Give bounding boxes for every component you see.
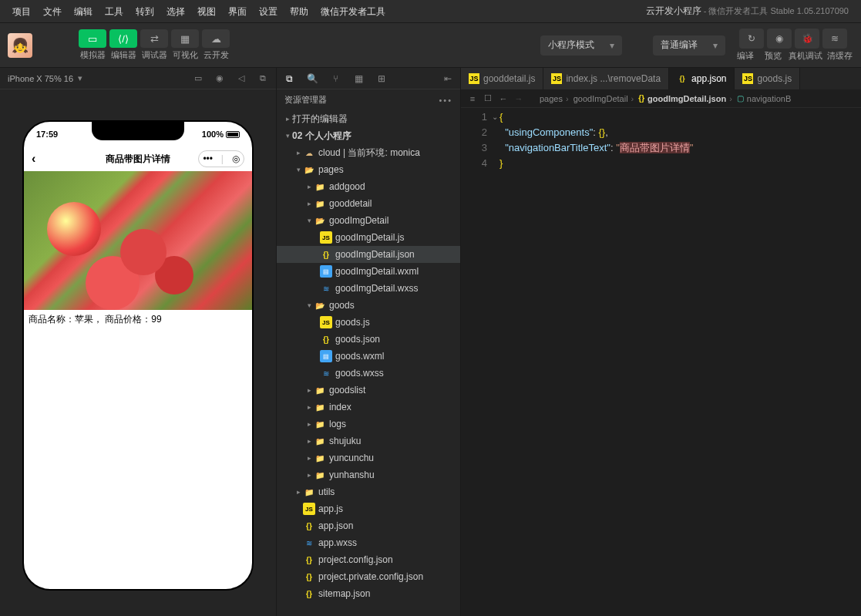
- tree-file-goods-wxss[interactable]: ≋goods.wxss: [277, 365, 460, 382]
- search-icon[interactable]: 🔍: [306, 72, 318, 85]
- json-icon: {}: [303, 554, 315, 566]
- chevron-down-icon[interactable]: ▾: [78, 73, 82, 83]
- tree-file-goodimgdetail-wxss[interactable]: ≋goodImgDetail.wxss: [277, 280, 460, 297]
- tree-logs[interactable]: ▸📁logs: [277, 416, 460, 433]
- record-icon[interactable]: ◉: [214, 73, 225, 84]
- code-editor[interactable]: 1⌄ 2 3 4 { "usingComponents": {}, "navig…: [461, 108, 861, 616]
- tree-file-goodimgdetail-wxml[interactable]: ▤goodImgDetail.wxml: [277, 263, 460, 280]
- tab-goods-js[interactable]: JSgoods.js: [735, 68, 800, 89]
- tree-goodimgdetail[interactable]: ▾📂goodImgDetail: [277, 212, 460, 229]
- tree-yuncunchu[interactable]: ▸📁yuncunchu: [277, 449, 460, 466]
- tree-addgood[interactable]: ▸📁addgood: [277, 178, 460, 195]
- compile-label: 编译: [733, 50, 758, 62]
- menu-dots-icon[interactable]: •••: [203, 153, 213, 164]
- simulator-button[interactable]: ▭: [79, 29, 106, 48]
- menu-help[interactable]: 帮助: [284, 0, 314, 23]
- menu-edit[interactable]: 编辑: [68, 0, 99, 23]
- menu-wechat-devtools[interactable]: 微信开发者工具: [314, 0, 392, 23]
- menu-goto[interactable]: 转到: [129, 0, 160, 23]
- tree-file-goodimgdetail-js[interactable]: JSgoodImgDetail.js: [277, 229, 460, 246]
- window-title: 云开发小程序 - 微信开发者工具 Stable 1.05.2107090: [392, 5, 855, 18]
- close-circle-icon[interactable]: ◎: [232, 153, 240, 164]
- tab-index-js[interactable]: JSindex.js ...\removeData: [543, 68, 669, 89]
- wxss-icon: ≋: [320, 282, 332, 295]
- tree-label: goods.wxss: [335, 368, 384, 379]
- tab-gooddetail-js[interactable]: JSgooddetail.js: [461, 68, 543, 89]
- forward-arrow-icon[interactable]: →: [513, 94, 524, 103]
- debugger-button[interactable]: ⇄: [140, 29, 168, 48]
- tree-cloud[interactable]: ▸☁cloud | 当前环境: monica: [277, 144, 460, 161]
- tree-file-project-private[interactable]: {}project.private.config.json: [277, 568, 460, 585]
- avatar[interactable]: 👧: [8, 33, 32, 58]
- tree-file-goods-json[interactable]: {}goods.json: [277, 331, 460, 348]
- tree-file-goodimgdetail-json[interactable]: {}goodImgDetail.json: [277, 246, 460, 263]
- menu-file[interactable]: 文件: [37, 0, 68, 23]
- tree-file-app-js[interactable]: JSapp.js: [277, 500, 460, 517]
- menu-tools[interactable]: 工具: [99, 0, 129, 23]
- tree-file-goods-wxml[interactable]: ▤goods.wxml: [277, 348, 460, 365]
- tree-index[interactable]: ▸📁index: [277, 399, 460, 416]
- visual-button[interactable]: ▦: [171, 29, 199, 48]
- files-icon[interactable]: ⧉: [283, 72, 295, 85]
- mode-dropdown[interactable]: 小程序模式 ▾: [540, 35, 622, 56]
- clouddev-button[interactable]: ☁: [202, 29, 230, 48]
- realdevice-button[interactable]: 🐞: [795, 29, 819, 49]
- clearcache-button[interactable]: ≋: [822, 29, 847, 49]
- list-icon[interactable]: ≡: [467, 94, 478, 103]
- crumb-label: pages: [540, 94, 563, 103]
- back-arrow-icon[interactable]: ←: [498, 94, 509, 103]
- collapse-icon[interactable]: ⇤: [442, 72, 454, 85]
- breadcrumb-folder[interactable]: goodImgDetail›: [573, 94, 634, 103]
- menu-view[interactable]: 视图: [191, 0, 222, 23]
- phone-capsule[interactable]: ••• | ◎: [198, 150, 244, 167]
- compile-dropdown[interactable]: 普通编译 ▾: [653, 35, 725, 56]
- breadcrumb-file[interactable]: {}goodImgDetail.json›: [638, 94, 732, 103]
- compile-button[interactable]: ↻: [739, 29, 764, 49]
- device-info[interactable]: iPhone X 75% 16: [8, 74, 73, 83]
- breadcrumb-symbol[interactable]: ▢navigationB: [737, 94, 792, 103]
- editor-button[interactable]: ⟨/⟩: [109, 29, 137, 48]
- tree-file-app-json[interactable]: {}app.json: [277, 517, 460, 534]
- more-icon[interactable]: •••: [439, 96, 452, 105]
- tab-app-json[interactable]: {}app.json: [669, 68, 735, 89]
- bookmark-icon[interactable]: ☐: [483, 93, 493, 103]
- detach-icon[interactable]: ⧉: [257, 73, 268, 84]
- tree-gooddetail[interactable]: ▸📁gooddetail: [277, 195, 460, 212]
- code-lines[interactable]: { "usingComponents": {}, "navigationBarT…: [499, 108, 861, 616]
- menu-select[interactable]: 选择: [160, 0, 191, 23]
- blocks-icon[interactable]: ▦: [352, 72, 365, 85]
- tree-pages[interactable]: ▾📂pages: [277, 161, 460, 178]
- tree-yunhanshu[interactable]: ▸📁yunhanshu: [277, 466, 460, 483]
- compile-dropdown-label: 普通编译: [661, 39, 698, 52]
- tree-opened-editors[interactable]: ▸打开的编辑器: [277, 110, 460, 127]
- tree-file-project-config[interactable]: {}project.config.json: [277, 551, 460, 568]
- tree-file-sitemap[interactable]: {}sitemap.json: [277, 585, 460, 602]
- tree-file-app-wxss[interactable]: ≋app.wxss: [277, 534, 460, 551]
- preview-button[interactable]: ◉: [767, 29, 792, 49]
- tree-utils[interactable]: ▸📁utils: [277, 483, 460, 500]
- menu-settings[interactable]: 设置: [253, 0, 284, 23]
- back-icon[interactable]: ‹: [32, 152, 35, 166]
- fold-icon[interactable]: ⌄: [492, 109, 498, 125]
- tree-goodslist[interactable]: ▸📁goodslist: [277, 382, 460, 399]
- menu-ui[interactable]: 界面: [222, 0, 253, 23]
- breadcrumb-pages[interactable]: pages›: [540, 94, 569, 103]
- wxml-icon: ▤: [320, 350, 332, 362]
- file-tree[interactable]: ▸打开的编辑器 ▾02 个人小程序 ▸☁cloud | 当前环境: monica…: [277, 110, 460, 616]
- branch-icon[interactable]: ⑂: [329, 72, 341, 85]
- tree-project-root[interactable]: ▾02 个人小程序: [277, 127, 460, 144]
- object-icon: ▢: [737, 94, 744, 103]
- folder-open-icon: 📂: [314, 214, 326, 227]
- window-title-main: 云开发小程序: [646, 5, 701, 16]
- tree-file-goods-js[interactable]: JSgoods.js: [277, 314, 460, 331]
- menu-project[interactable]: 项目: [6, 0, 37, 23]
- tree-goods[interactable]: ▾📂goods: [277, 297, 460, 314]
- mute-icon[interactable]: ◁: [236, 73, 247, 84]
- extensions-icon[interactable]: ⊞: [375, 72, 388, 85]
- tree-shujuku[interactable]: ▸📁shujuku: [277, 433, 460, 449]
- tree-label: goods.json: [335, 334, 380, 345]
- code-token: {: [499, 111, 503, 123]
- js-icon: JS: [551, 73, 562, 84]
- folder-icon: 📁: [314, 418, 326, 430]
- rotate-icon[interactable]: ▭: [193, 73, 203, 84]
